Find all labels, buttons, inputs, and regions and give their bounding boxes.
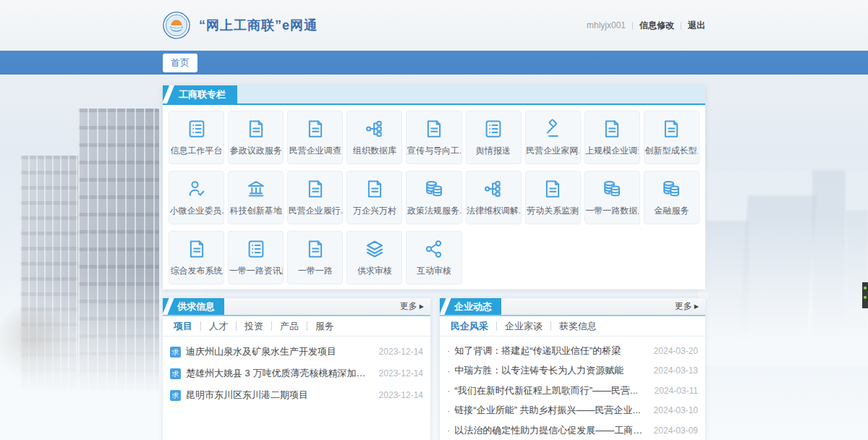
person-check-icon (186, 178, 208, 200)
supply-demand-header: 供求信息 更多 ▶ (163, 298, 430, 316)
main-navbar: 首页 (0, 51, 868, 75)
app-item[interactable]: 金融服务 (644, 171, 699, 224)
list-item-title: 链接“企业所能” 共助乡村振兴——民营企业... (454, 404, 646, 417)
app-item[interactable]: 法律维权调解... (466, 171, 522, 224)
list-item-title: 知了背调：搭建起“传递职业信任”的桥梁 (454, 344, 646, 358)
tab-item[interactable]: 企业家谈 (497, 321, 551, 331)
list-item[interactable]: 求迪庆州山泉水及矿泉水生产开发项目2023-12-14 (170, 341, 423, 363)
app-item[interactable]: 政策法规服务... (406, 171, 461, 224)
site-title: “网上工商联”e网通 (199, 17, 318, 34)
app-item-label: 民营企业家网... (526, 145, 579, 157)
tab-item[interactable]: 产品 (272, 321, 307, 331)
app-item[interactable]: 宣传与导向工... (406, 111, 461, 164)
doc-icon (305, 118, 326, 140)
app-item[interactable]: 劳动关系监测 (525, 171, 581, 224)
app-item[interactable]: 供求审核 (346, 231, 402, 284)
list-item[interactable]: ·链接“企业所能” 共助乡村振兴——民营企业...2024-03-10 (447, 401, 698, 421)
tab-item[interactable]: 获奖信息 (551, 321, 605, 331)
list-item-title: 以法治的确定性助力提信心促发展——工商联... (454, 424, 646, 437)
list-item[interactable]: 求昆明市东川区东川港二期项目2023-12-14 (170, 384, 423, 406)
app-item[interactable]: 民营企业履行... (287, 171, 343, 224)
supply-demand-title: 供求信息 (163, 298, 224, 315)
app-item[interactable]: 创新型成长型... (644, 111, 699, 164)
bank-icon (245, 178, 267, 200)
app-item-label: 组织数据库 (353, 145, 396, 157)
user-area: mhlyjx001 信息修改 退出 (587, 20, 705, 32)
more-label: 更多 (675, 300, 692, 313)
supply-tabs: 项目人才投资产品服务 (163, 316, 430, 337)
federation-column-header: 工商联专栏 (163, 85, 705, 105)
logout-link[interactable]: 退出 (688, 20, 705, 32)
app-grid: 信息工作平台参政议政服务民营企业调查组织数据库宣传与导向工...舆情报送民营企业… (163, 105, 705, 289)
doc-icon (305, 238, 326, 260)
tab-item[interactable]: 服务 (307, 321, 342, 331)
app-item-label: 宣传与导向工... (407, 145, 461, 157)
app-item[interactable]: 参政议政服务 (228, 111, 284, 164)
site-header: “网上工商联”e网通 mhlyjx001 信息修改 退出 (0, 0, 868, 51)
nav-home-tab[interactable]: 首页 (163, 54, 197, 72)
app-item-label: 民营企业履行... (289, 205, 342, 217)
app-item[interactable]: 一带一路资讯库 (228, 231, 284, 284)
app-item-label: 一带一路 (298, 265, 333, 277)
enterprise-list: ·知了背调：搭建起“传递职业信任”的桥梁2024-03-20·中瑞方胜：以专注铸… (440, 337, 705, 440)
app-item[interactable]: 上规模企业调查 (584, 111, 640, 164)
list-item-date: 2023-12-14 (379, 347, 423, 357)
list-icon (186, 118, 208, 140)
list-item-date: 2023-12-14 (379, 390, 423, 400)
tab-item[interactable]: 投资 (237, 321, 272, 331)
demand-badge: 求 (170, 368, 181, 379)
app-item-label: 舆情报送 (476, 145, 511, 157)
bullet-icon: · (447, 345, 450, 356)
supply-more-link[interactable]: 更多 ▶ (400, 298, 430, 315)
bullet-icon: · (447, 365, 450, 376)
demand-badge: 求 (170, 347, 181, 358)
app-item[interactable]: 一带一路数据库 (584, 171, 640, 224)
list-item-title: “我们在新时代新征程上凯歌而行”——民营... (454, 384, 647, 397)
app-item[interactable]: 小微企业委员... (169, 171, 224, 224)
enterprise-tabs: 民企风采企业家谈获奖信息 (440, 316, 705, 337)
list-item[interactable]: 求楚雄州大姚县 3 万吨优质薄壳核桃精深加工及科...2023-12-14 (170, 363, 423, 384)
app-item[interactable]: 综合发布系统 (169, 231, 224, 284)
doc-icon (660, 118, 682, 140)
edit-info-link[interactable]: 信息修改 (639, 20, 674, 32)
list-item-title: 楚雄州大姚县 3 万吨优质薄壳核桃精深加工及科... (186, 367, 372, 380)
supply-list: 求迪庆州山泉水及矿泉水生产开发项目2023-12-14求楚雄州大姚县 3 万吨优… (163, 337, 430, 406)
app-item[interactable]: 一带一路 (287, 231, 343, 284)
list-item[interactable]: ·以法治的确定性助力提信心促发展——工商联...2024-03-09 (447, 420, 698, 440)
list-item-date: 2023-12-14 (379, 368, 423, 378)
layers-icon (364, 238, 386, 260)
list-item[interactable]: ·“我们在新时代新征程上凯歌而行”——民营...2024-03-11 (447, 381, 698, 401)
tab-item[interactable]: 人才 (201, 321, 237, 331)
enterprise-more-link[interactable]: 更多 ▶ (675, 298, 705, 315)
app-item[interactable]: 信息工作平台 (169, 111, 224, 164)
enterprise-news-header: 企业动态 更多 ▶ (440, 298, 705, 316)
app-item[interactable]: 舆情报送 (466, 111, 522, 164)
app-item-label: 劳动关系监测 (527, 205, 579, 217)
supply-demand-panel: 供求信息 更多 ▶ 项目人才投资产品服务 求迪庆州山泉水及矿泉水生产开发项目20… (163, 298, 430, 440)
app-item-label: 综合发布系统 (171, 265, 223, 277)
doc-icon (601, 118, 623, 140)
list-item[interactable]: ·知了背调：搭建起“传递职业信任”的桥梁2024-03-20 (447, 341, 698, 361)
list-item-date: 2024-03-11 (655, 386, 699, 396)
list-item-date: 2024-03-09 (654, 426, 698, 436)
gavel-icon (542, 118, 563, 140)
app-item-label: 一带一路资讯库 (229, 265, 283, 277)
tab-item[interactable]: 项目 (166, 321, 201, 331)
bullet-icon: · (447, 405, 450, 416)
divider (681, 22, 681, 30)
app-item[interactable]: 科技创新基地 (228, 171, 284, 224)
app-item-label: 一带一路数据库 (585, 205, 639, 217)
app-item[interactable]: 互动审核 (406, 231, 461, 284)
share-icon (423, 238, 445, 260)
app-item[interactable]: 万企兴万村 (346, 171, 402, 224)
app-item[interactable]: 民营企业家网... (525, 111, 581, 164)
app-item-label: 互动审核 (417, 265, 451, 277)
app-item[interactable]: 民营企业调查 (287, 111, 343, 164)
tab-item[interactable]: 民企风采 (443, 321, 497, 331)
more-arrow-icon: ▶ (420, 303, 424, 310)
list-icon (245, 238, 267, 260)
doc-icon (542, 178, 563, 200)
list-item[interactable]: ·中瑞方胜：以专注铸专长为人力资源赋能2024-03-13 (447, 361, 698, 381)
list-item-title: 昆明市东川区东川港二期项目 (186, 389, 372, 402)
app-item[interactable]: 组织数据库 (346, 111, 402, 164)
